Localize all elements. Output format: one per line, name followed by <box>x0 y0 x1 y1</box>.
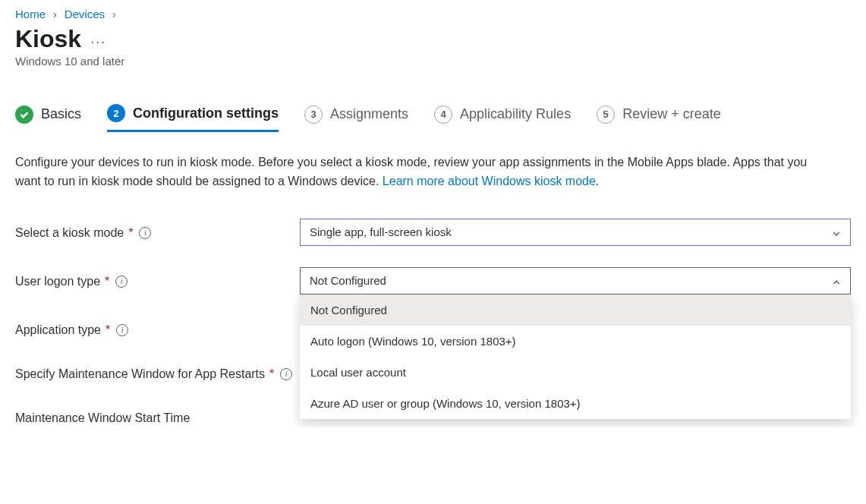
checkmark-icon <box>15 106 33 124</box>
step-number-icon: 5 <box>597 106 615 124</box>
chevron-up-icon <box>832 276 841 285</box>
dropdown-option-auto-logon[interactable]: Auto logon (Windows 10, version 1803+) <box>300 326 851 357</box>
required-indicator: * <box>128 225 133 241</box>
description-text: Configure your devices to run in kiosk m… <box>15 153 820 191</box>
info-icon[interactable]: i <box>280 368 292 380</box>
info-icon[interactable]: i <box>139 227 151 239</box>
info-icon[interactable]: i <box>115 276 128 288</box>
chevron-right-icon: › <box>112 8 116 20</box>
chevron-down-icon <box>832 228 841 237</box>
page-header: Kiosk ··· Windows 10 and later <box>15 25 851 68</box>
step-label: Configuration settings <box>133 106 279 121</box>
step-label: Basics <box>41 106 81 122</box>
learn-more-link[interactable]: Learn more about Windows kiosk mode <box>383 175 596 187</box>
required-indicator: * <box>105 273 109 290</box>
breadcrumb: Home › Devices › <box>15 0 851 25</box>
breadcrumb-home[interactable]: Home <box>15 8 46 20</box>
logon-type-select[interactable]: Not Configured <box>300 267 851 295</box>
dropdown-option-azure-ad[interactable]: Azure AD user or group (Windows 10, vers… <box>300 388 851 419</box>
step-configuration-settings[interactable]: 2 Configuration settings <box>107 104 279 132</box>
step-label: Applicability Rules <box>460 106 571 122</box>
field-label: Application type <box>15 322 101 339</box>
step-basics[interactable]: Basics <box>15 106 81 131</box>
step-label: Assignments <box>330 106 408 122</box>
page-title: Kiosk <box>15 25 81 53</box>
select-value: Not Configured <box>310 274 386 287</box>
select-value: Single app, full-screen kiosk <box>310 225 452 238</box>
dropdown-option-not-configured[interactable]: Not Configured <box>300 295 851 326</box>
step-number-icon: 3 <box>304 106 323 124</box>
info-icon[interactable]: i <box>116 324 128 336</box>
field-label: Select a kiosk mode <box>15 225 124 241</box>
wizard-steps: Basics 2 Configuration settings 3 Assign… <box>15 104 851 132</box>
chevron-right-icon: › <box>53 8 57 20</box>
required-indicator: * <box>269 366 274 383</box>
step-number-icon: 4 <box>434 106 452 124</box>
field-kiosk-mode: Select a kiosk mode * i Single app, full… <box>15 219 851 246</box>
description-period: . <box>596 175 599 187</box>
field-label: User logon type <box>15 273 100 290</box>
dropdown-option-local-user[interactable]: Local user account <box>300 357 851 388</box>
step-review-create[interactable]: 5 Review + create <box>597 106 721 131</box>
page-subtitle: Windows 10 and later <box>15 55 851 68</box>
step-assignments[interactable]: 3 Assignments <box>304 106 408 131</box>
breadcrumb-devices[interactable]: Devices <box>65 8 105 20</box>
field-label: Maintenance Window Start Time <box>15 410 190 427</box>
required-indicator: * <box>105 322 110 339</box>
more-actions-button[interactable]: ··· <box>90 28 106 50</box>
logon-type-dropdown: Not Configured Auto logon (Windows 10, v… <box>300 295 851 419</box>
step-number-icon: 2 <box>107 104 125 122</box>
field-logon-type: User logon type * i Not Configured Not C… <box>15 267 851 295</box>
step-label: Review + create <box>622 106 721 122</box>
kiosk-mode-select[interactable]: Single app, full-screen kiosk <box>300 219 851 246</box>
step-applicability-rules[interactable]: 4 Applicability Rules <box>434 106 571 131</box>
field-label: Specify Maintenance Window for App Resta… <box>15 366 265 383</box>
